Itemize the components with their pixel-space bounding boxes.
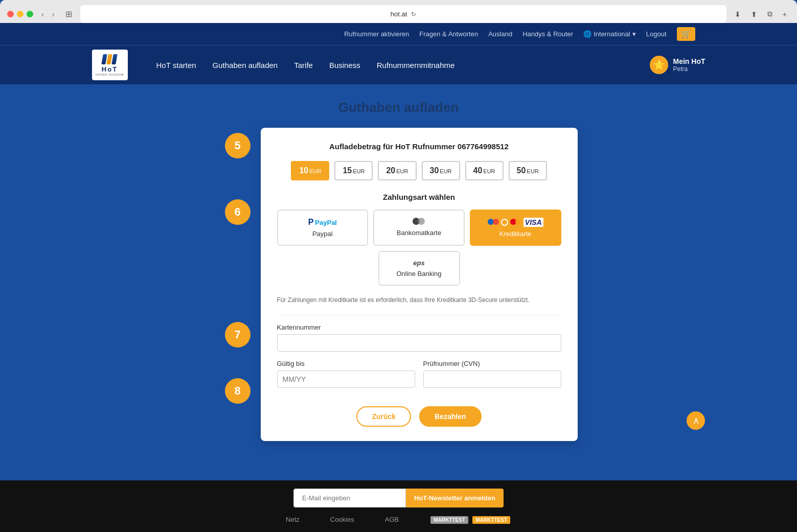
mein-hot-icon: ⭐ xyxy=(650,56,668,74)
credit-label: Kreditkarte xyxy=(499,230,532,238)
international-dropdown[interactable]: 🌐 International ▾ xyxy=(583,30,636,38)
download-icon[interactable]: ⬇ xyxy=(732,9,744,19)
credit-card-btn[interactable]: VISA Kreditkarte xyxy=(470,210,561,246)
valid-until-group: Gültig bis xyxy=(277,360,415,388)
newsletter-row: HoT-Newsletter anmelden xyxy=(10,489,787,507)
url-text: hot.at xyxy=(391,10,407,18)
nav-business[interactable]: Business xyxy=(321,51,369,80)
footer: HoT-Newsletter anmelden Netz Cookies AGB… xyxy=(0,480,797,532)
devices-link[interactable]: Handys & Router xyxy=(522,30,573,38)
nav-guthaben[interactable]: Guthaben aufladen xyxy=(204,51,286,80)
sidebar-toggle[interactable]: ⊞ xyxy=(62,8,75,20)
main-wrapper: 5 6 7 8 Aufladebetrag für HoT Rufnummer … xyxy=(220,128,578,441)
traffic-lights xyxy=(7,11,33,17)
bankomat-label: Bankomatkarte xyxy=(397,229,441,237)
step-6-badge: 6 xyxy=(225,199,251,225)
main-nav-links: HoT starten Guthaben aufladen Tarife Bus… xyxy=(148,51,650,80)
eps-btn[interactable]: eps Online Banking xyxy=(378,251,460,286)
valid-until-label: Gültig bis xyxy=(277,360,415,367)
card-number-group: Kartennummer xyxy=(277,323,561,352)
card-col: Aufladebetrag für HoT Rufnummer 06776499… xyxy=(261,128,578,441)
toolbar-right: ⬇ ⬆ ⧉ + xyxy=(732,9,790,19)
activate-number-link[interactable]: Rufnummer aktivieren xyxy=(344,30,409,38)
footer-links: Netz Cookies AGB MARKTTEST MARKTTEST xyxy=(10,515,787,524)
eps-label: Online Banking xyxy=(396,270,441,277)
share-icon[interactable]: ⬆ xyxy=(748,9,760,19)
logo-sub: HOFER TELEKOM xyxy=(96,73,124,76)
markttest-badges: MARKTTEST MARKTTEST xyxy=(429,515,511,524)
close-button[interactable] xyxy=(7,11,14,17)
mastercard-icon xyxy=(510,219,521,226)
paypal-btn[interactable]: P PayPal Paypal xyxy=(277,210,369,246)
abroad-link[interactable]: Ausland xyxy=(488,30,512,38)
amount-40-btn[interactable]: 40 EUR xyxy=(465,161,504,180)
notice-text: Für Zahlungen mit Kreditkarte ist es erf… xyxy=(277,296,561,305)
step-7-badge: 7 xyxy=(225,322,251,348)
main-nav: HoT HOFER TELEKOM HoT starten Guthaben a… xyxy=(0,45,797,84)
cart-button[interactable]: 🛒 xyxy=(677,27,695,41)
globe-icon: 🌐 xyxy=(583,30,591,38)
reload-icon[interactable]: ↻ xyxy=(411,11,416,18)
card-number-input[interactable] xyxy=(277,334,561,352)
nav-rufnummer[interactable]: Rufnummernmitnahme xyxy=(369,51,463,80)
footer-cookies-link[interactable]: Cookies xyxy=(330,516,354,523)
maximize-button[interactable] xyxy=(27,11,33,17)
logout-link[interactable]: Logout xyxy=(646,30,667,38)
logo[interactable]: HoT HOFER TELEKOM xyxy=(92,45,138,84)
visa-text: VISA xyxy=(523,218,543,227)
chevron-up-icon: ∧ xyxy=(693,415,699,426)
address-bar[interactable]: hot.at ↻ xyxy=(327,8,480,20)
credit-card-icons: VISA xyxy=(488,218,543,227)
website: Rufnummer aktivieren Fragen & Antworten … xyxy=(0,23,797,532)
card-icon-1 xyxy=(488,219,499,226)
btn-row: Zurück Bezahlen xyxy=(277,406,561,427)
newsletter-email-input[interactable] xyxy=(293,489,406,507)
cvn-group: Prüfnummer (CVN) xyxy=(423,360,561,388)
paypal-label: Paypal xyxy=(312,230,333,238)
amount-20-btn[interactable]: 20 EUR xyxy=(378,161,416,180)
pay-button[interactable]: Bezahlen xyxy=(419,406,481,427)
faq-link[interactable]: Fragen & Antworten xyxy=(419,30,478,38)
maestro-icon xyxy=(413,218,425,226)
logo-text: HoT xyxy=(102,65,118,73)
divider xyxy=(277,315,561,315)
mein-hot[interactable]: ⭐ Mein HoT Petra xyxy=(650,56,705,74)
paypal-logo: P PayPal xyxy=(308,218,337,227)
bankomat-btn[interactable]: Bankomatkarte xyxy=(373,210,465,246)
nav-arrows: ‹ › xyxy=(38,9,57,19)
back-button[interactable]: Zurück xyxy=(356,406,411,427)
back-arrow[interactable]: ‹ xyxy=(38,9,47,19)
form-row: Gültig bis Prüfnummer (CVN) xyxy=(277,360,561,396)
browser-chrome: ‹ › ⊞ hot.at ↻ ⬇ ⬆ ⧉ + xyxy=(0,0,797,23)
amount-50-btn[interactable]: 50 EUR xyxy=(509,161,547,180)
nav-tarife[interactable]: Tarife xyxy=(286,51,321,80)
forward-arrow[interactable]: › xyxy=(49,9,58,19)
page-title: Guthaben aufladen xyxy=(10,100,787,115)
payment-grid-bottom: eps Online Banking xyxy=(277,251,561,286)
cvn-input[interactable] xyxy=(423,371,561,388)
add-tab-icon[interactable]: + xyxy=(780,9,790,19)
mein-hot-label: Mein HoT xyxy=(673,57,705,65)
valid-until-input[interactable] xyxy=(277,371,415,388)
payment-grid: P PayPal Paypal xyxy=(277,210,561,246)
markttest-badge-1: MARKTTEST xyxy=(430,516,468,524)
page-content: Guthaben aufladen 5 6 7 8 xyxy=(0,84,797,480)
mein-hot-user: Petra xyxy=(673,65,705,73)
step-5-badge: 5 xyxy=(225,133,251,158)
footer-agb-link[interactable]: AGB xyxy=(385,516,399,523)
eps-logo: eps xyxy=(413,259,424,267)
amount-30-btn[interactable]: 30 EUR xyxy=(422,161,460,180)
amount-15-btn[interactable]: 15 EUR xyxy=(334,161,373,180)
step-8-badge: 8 xyxy=(225,378,251,404)
scroll-to-top-button[interactable]: ∧ xyxy=(687,411,705,430)
cvn-label: Prüfnummer (CVN) xyxy=(423,360,561,367)
bankomat-icon xyxy=(413,218,425,226)
minimize-button[interactable] xyxy=(17,11,24,17)
nav-hot-starten[interactable]: HoT starten xyxy=(148,51,204,80)
card-title: Aufladebetrag für HoT Rufnummer 06776499… xyxy=(277,142,561,151)
new-tab-icon[interactable]: ⧉ xyxy=(764,9,776,19)
top-nav: Rufnummer aktivieren Fragen & Antworten … xyxy=(0,23,797,45)
footer-netz-link[interactable]: Netz xyxy=(286,516,300,523)
amount-10-btn[interactable]: 10 EUR xyxy=(291,161,329,180)
newsletter-signup-button[interactable]: HoT-Newsletter anmelden xyxy=(406,489,504,507)
